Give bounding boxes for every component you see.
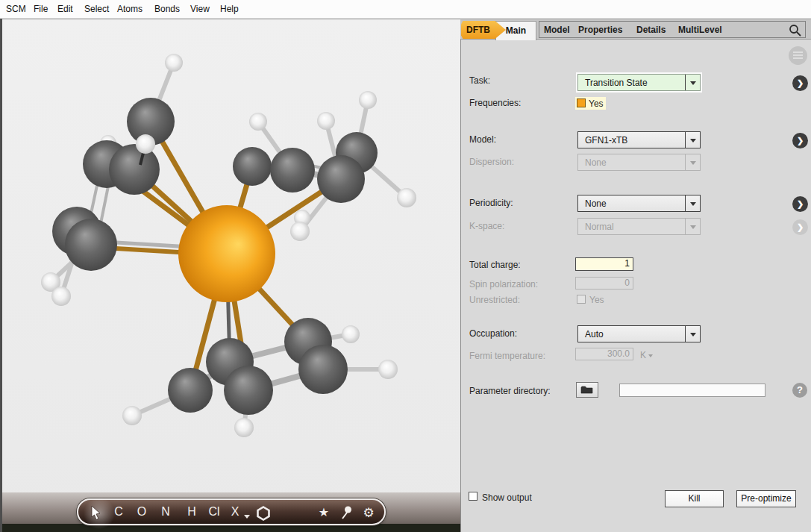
kspace-dropdown: Normal [577, 218, 701, 235]
task-dropdown[interactable]: Transition State [577, 74, 701, 91]
atom-H[interactable] [397, 188, 416, 207]
task-detail-chevron[interactable]: ❯ [792, 75, 808, 91]
fermi-temperature-input: 300.0 [575, 348, 633, 360]
panel-tab-bar: DFTB Main Model Properties Details Multi… [460, 19, 811, 40]
total-charge-input[interactable]: 1 [575, 257, 633, 271]
menu-select[interactable]: Select [84, 4, 109, 14]
kspace-label: K-space: [469, 221, 504, 231]
element-button-cl[interactable]: Cl [207, 505, 222, 519]
atom-H[interactable] [122, 406, 142, 425]
tab-multilevel[interactable]: MultiLevel [678, 25, 722, 35]
kspace-detail-chevron: ❯ [792, 219, 808, 235]
parameter-directory-input[interactable] [619, 384, 765, 397]
dropdown-arrow-icon[interactable] [685, 326, 700, 342]
input-panel [460, 19, 811, 532]
atom-C[interactable] [65, 219, 117, 271]
dropdown-arrow-icon[interactable] [685, 132, 700, 148]
atom-H[interactable] [165, 54, 183, 72]
ring-tool-icon[interactable] [256, 506, 271, 521]
molecule-3d-render[interactable] [0, 19, 460, 524]
element-x-dropdown-arrow[interactable] [244, 515, 250, 519]
menu-edit[interactable]: Edit [57, 4, 73, 14]
atom-H[interactable] [359, 91, 377, 109]
spin-polarization-label: Spin polarization: [469, 279, 538, 290]
element-button-h[interactable]: H [186, 505, 198, 519]
dropdown-arrow-icon [685, 154, 700, 170]
search-icon[interactable] [789, 24, 802, 37]
atom-H[interactable] [378, 360, 398, 379]
element-button-x[interactable]: X [229, 505, 241, 519]
periodicity-label: Periodicity: [469, 198, 513, 208]
dispersion-label: Dispersion: [469, 157, 514, 167]
show-output-checkbox[interactable] [469, 492, 477, 501]
atom-H[interactable] [317, 112, 335, 130]
periodicity-dropdown[interactable]: None [577, 195, 701, 212]
unrestricted-yes-label: Yes [589, 295, 604, 305]
tab-section-group: Model Properties Details MultiLevel [539, 21, 806, 38]
atom-H[interactable] [342, 325, 360, 343]
occupation-label: Occupation: [469, 328, 517, 339]
element-button-c[interactable]: C [113, 505, 125, 519]
menu-atoms[interactable]: Atoms [117, 4, 143, 14]
gear-icon[interactable]: ⚙ [361, 505, 376, 521]
unrestricted-label: Unrestricted: [469, 295, 520, 305]
atom-H[interactable] [234, 418, 254, 437]
unit-dropdown-arrow [648, 354, 653, 357]
total-charge-label: Total charge: [469, 260, 521, 270]
atom-H[interactable] [136, 134, 155, 154]
atom-H[interactable] [290, 222, 310, 241]
kill-button[interactable]: Kill [665, 490, 724, 507]
atom-H[interactable] [51, 287, 71, 306]
cursor-tool-icon[interactable] [91, 506, 101, 520]
atom-C[interactable] [109, 144, 160, 195]
menu-bonds[interactable]: Bonds [154, 4, 180, 14]
frequencies-checkbox[interactable] [577, 98, 586, 107]
dropdown-arrow-icon [685, 219, 700, 234]
atom-H[interactable] [249, 113, 267, 131]
menu-scm[interactable]: SCM [6, 4, 26, 14]
frequencies-label: Frequencies: [469, 98, 521, 108]
menu-view[interactable]: View [190, 4, 210, 14]
panel-menu-icon [789, 46, 807, 65]
folder-icon [580, 385, 594, 395]
atom-C[interactable] [270, 148, 315, 193]
menu-file[interactable]: File [34, 4, 48, 14]
parameter-directory-label: Parameter directory: [469, 386, 551, 396]
tab-properties[interactable]: Properties [578, 25, 622, 35]
unrestricted-checkbox [577, 295, 586, 304]
fermi-temperature-label: Fermi temperature: [469, 351, 545, 361]
atom-C[interactable] [224, 366, 273, 415]
menu-bar: SCM File Edit Select Atoms Bonds View He… [0, 0, 811, 19]
model-detail-chevron[interactable]: ❯ [792, 133, 808, 148]
model-label: Model: [469, 134, 496, 145]
atom-C[interactable] [233, 147, 272, 186]
atom-C[interactable] [317, 155, 365, 203]
browse-folder-button[interactable] [576, 382, 598, 398]
occupation-dropdown[interactable]: Auto [577, 325, 701, 342]
tab-details[interactable]: Details [636, 25, 666, 35]
show-output-label: Show output [482, 492, 532, 503]
atom-C[interactable] [168, 368, 213, 413]
dropdown-arrow-icon[interactable] [685, 75, 700, 90]
help-icon[interactable]: ? [792, 383, 807, 398]
periodicity-detail-chevron[interactable]: ❯ [792, 196, 808, 212]
frequencies-yes-label: Yes [589, 98, 604, 109]
atom-C[interactable] [298, 345, 348, 394]
dropdown-arrow-icon[interactable] [685, 195, 700, 211]
balloon-pointer-icon[interactable] [341, 506, 353, 521]
tab-model[interactable]: Model [544, 25, 570, 35]
atom-M[interactable] [178, 205, 275, 302]
element-toolbar: C O N H Cl X ★ ⚙ [77, 498, 386, 525]
star-icon[interactable]: ★ [317, 505, 331, 519]
element-button-n[interactable]: N [160, 505, 172, 519]
task-label: Task: [469, 75, 490, 86]
fermi-unit: K [640, 350, 653, 360]
menu-help[interactable]: Help [220, 4, 239, 14]
element-button-o[interactable]: O [136, 505, 148, 519]
dispersion-dropdown: None [577, 154, 701, 171]
preoptimize-button[interactable]: Pre-optimize [736, 490, 796, 507]
model-dropdown[interactable]: GFN1-xTB [577, 131, 701, 148]
spin-polarization-input: 0 [575, 277, 633, 290]
